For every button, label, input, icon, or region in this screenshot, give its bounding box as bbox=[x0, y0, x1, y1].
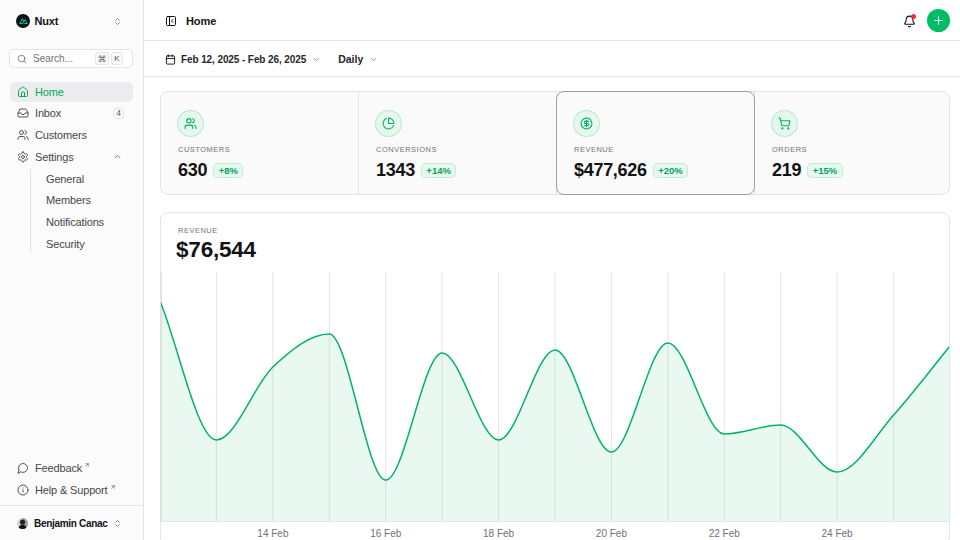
svg-text:16 Feb: 16 Feb bbox=[370, 528, 402, 539]
svg-text:14 Feb: 14 Feb bbox=[257, 528, 289, 539]
svg-text:20 Feb: 20 Feb bbox=[596, 528, 628, 539]
svg-text:22 Feb: 22 Feb bbox=[709, 528, 741, 539]
svg-text:24 Feb: 24 Feb bbox=[822, 528, 854, 539]
svg-text:18 Feb: 18 Feb bbox=[483, 528, 515, 539]
